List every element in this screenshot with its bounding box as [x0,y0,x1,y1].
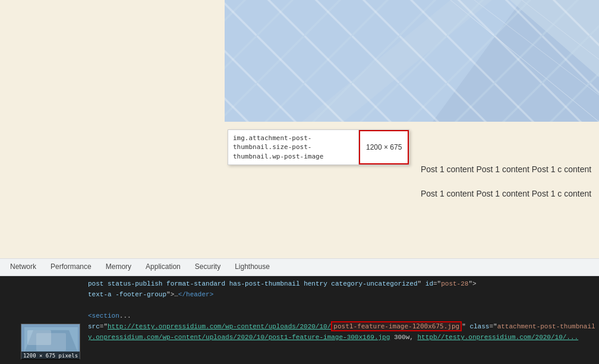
svg-line-5 [522,0,599,59]
post-text-1: Post 1 content Post 1 content Post 1 c c… [421,163,593,176]
source-line-5: src="http://testy.onpressidium.com/wp-co… [83,321,599,332]
source-line-2: text-a -footer-group">…</header> [83,289,599,300]
tab-memory[interactable]: Memory [99,258,138,276]
source-line-6: y.onpressidium.com/wp-content/uploads/20… [83,332,599,343]
svg-marker-2 [510,0,599,77]
tab-lighthouse[interactable]: Lighthouse [228,258,277,276]
svg-line-3 [450,0,599,122]
svg-marker-6 [302,0,492,122]
source-line-1: post status-publish format-standard has-… [83,278,599,289]
tab-application[interactable]: Application [138,258,188,276]
webpage-content: img.attachment-post-thumbnail.size-post-… [0,0,599,258]
featured-image [225,0,599,122]
svg-marker-1 [433,0,599,122]
svg-rect-10 [36,333,66,351]
tab-performance[interactable]: Performance [43,258,99,276]
svg-line-4 [474,0,599,95]
post-content-area: Post 1 content Post 1 content Post 1 c c… [415,163,599,212]
image-dimensions: 1200 × 675 [359,130,409,164]
tab-security[interactable]: Security [188,258,228,276]
css-selector: img.attachment-post-thumbnail.size-post-… [228,130,359,164]
source-line-3 [83,300,599,311]
thumbnail-size-label: 1200 × 675 pixels [21,352,80,360]
post-text-2: Post 1 content Post 1 content Post 1 c c… [421,188,593,200]
devtools-tabs-bar: Network Performance Memory Application S… [0,258,599,276]
devtools-content: 1200 × 675 pixels post status-publish fo… [0,276,599,364]
inspector-tooltip: img.attachment-post-thumbnail.size-post-… [228,129,409,165]
tab-network[interactable]: Network [3,258,43,276]
image-thumbnail-preview: 1200 × 675 pixels [21,324,80,359]
source-line-4: <section... [83,311,599,321]
svg-rect-0 [225,0,599,122]
